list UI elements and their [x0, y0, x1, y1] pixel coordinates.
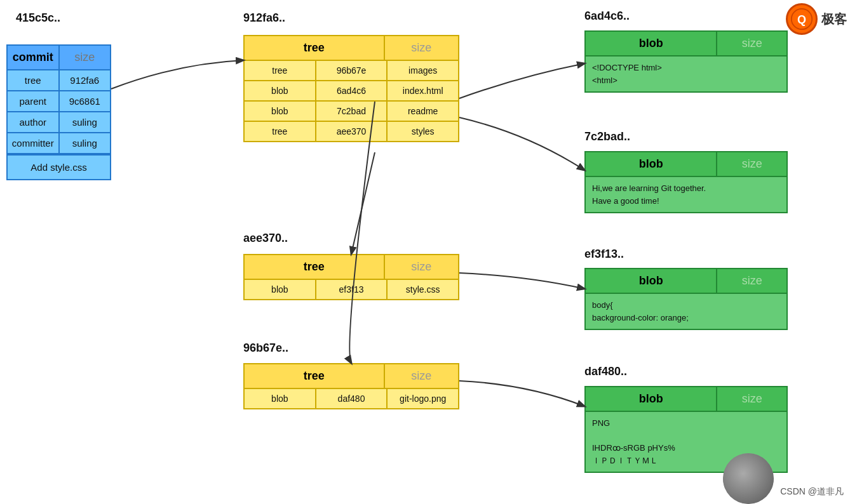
commit-row-0-val: 912fa6 [60, 70, 111, 90]
blobDaf-line1 [592, 430, 780, 442]
commit-row-3-val: suling [60, 133, 111, 153]
commit-row-2-key: author [8, 112, 60, 132]
logo-area: Q 极客 [786, 3, 847, 35]
logo-icon: Q [786, 3, 818, 35]
tree912-r1-name: index.html [388, 81, 458, 100]
treeAee-r0-name: style.css [388, 280, 458, 299]
tree912-header: tree [245, 36, 385, 60]
blob7c2-size: size [717, 152, 786, 176]
commit-size-label: size [60, 46, 111, 69]
tree-912-box: tree size tree 96b67e images blob 6ad4c6… [243, 35, 459, 142]
avatar [723, 453, 774, 504]
blobEf3-header: blob [586, 269, 717, 293]
tree912-r0-type: tree [245, 61, 316, 80]
tree-96b-box: tree size blob daf480 git-logo.png [243, 363, 459, 409]
tree912-r3-name: styles [388, 122, 458, 141]
treeAee-header: tree [245, 255, 385, 279]
tree96b-header: tree [245, 364, 385, 388]
tree912-r1-type: blob [245, 81, 316, 100]
tree912-r3-hash: aee370 [316, 122, 388, 141]
blob7c2-content: Hi,we are learning Git together. Have a … [586, 177, 786, 212]
tree912-r3-type: tree [245, 122, 316, 141]
tree912-r2-name: readme [388, 102, 458, 121]
tree96b-r0-hash: daf480 [316, 389, 388, 408]
tree96b-r0-type: blob [245, 389, 316, 408]
tree-aee-box: tree size blob ef3f13 style.css [243, 254, 459, 300]
blob-ef3-box: blob size body{ background-color: orange… [584, 268, 788, 330]
blob7c2-line0: Hi,we are learning Git together. [592, 182, 780, 195]
tree912-r0-name: images [388, 61, 458, 80]
blob7c2-id-label: 7c2bad.. [584, 130, 630, 143]
tree96b-r0-name: git-logo.png [388, 389, 458, 408]
commit-id-label: 415c5c.. [16, 11, 60, 25]
blob6ad-id-label: 6ad4c6.. [584, 10, 630, 23]
commit-row-2-val: suling [60, 112, 111, 132]
tree912-r2-hash: 7c2bad [316, 102, 388, 121]
treeAee-r0-hash: ef3f13 [316, 280, 388, 299]
blobDaf-line0: PNG [592, 417, 780, 430]
commit-box: commit size tree 912fa6 parent 9c6861 au… [6, 44, 111, 180]
blobEf3-id-label: ef3f13.. [584, 248, 624, 261]
blob7c2-header: blob [586, 152, 717, 176]
tree912-r1-hash: 6ad4c6 [316, 81, 388, 100]
blob6ad-size: size [717, 32, 786, 55]
blob-7c2-box: blob size Hi,we are learning Git togethe… [584, 151, 788, 213]
blobEf3-line1: background-color: orange; [592, 312, 780, 324]
blob6ad-line1: <html> [592, 74, 780, 87]
blob6ad-header: blob [586, 32, 717, 55]
blobDaf-header: blob [586, 387, 717, 411]
blob6ad-line0: <!DOCTYPE html> [592, 62, 780, 74]
commit-row-3-key: committer [8, 133, 60, 153]
treeAee-id-label: aee370.. [243, 232, 288, 245]
canvas: Q 极客 415c5c.. commit size tree 912fa6 pa… [0, 0, 850, 504]
commit-row-1-key: parent [8, 91, 60, 111]
blobEf3-line0: body{ [592, 299, 780, 312]
blob-6ad-box: blob size <!DOCTYPE html> <html> [584, 30, 788, 93]
tree912-r0-hash: 96b67e [316, 61, 388, 80]
tree96b-id-label: 96b67e.. [243, 342, 288, 355]
blobDaf-size: size [717, 387, 786, 411]
commit-row-1-val: 9c6861 [60, 91, 111, 111]
logo-text: 极客 [821, 11, 847, 28]
blobDaf-id-label: daf480.. [584, 365, 627, 378]
watermark: CSDN @道非凡 [780, 486, 844, 498]
tree912-r2-type: blob [245, 102, 316, 121]
tree912-size: size [385, 36, 458, 60]
commit-footer: Add style.css [8, 154, 110, 179]
blobDaf-line2: IHDRꝏ-sRGB pHYs% [592, 442, 780, 454]
blobEf3-content: body{ background-color: orange; [586, 294, 786, 329]
tree912-id-label: 912fa6.. [243, 11, 285, 25]
blob7c2-line1: Have a good time! [592, 195, 780, 208]
commit-row-0-key: tree [8, 70, 60, 90]
blob6ad-content: <!DOCTYPE html> <html> [586, 56, 786, 91]
commit-header: commit [8, 46, 60, 69]
treeAee-size: size [385, 255, 458, 279]
blobEf3-size: size [717, 269, 786, 293]
avatar-image [723, 453, 774, 504]
svg-text:Q: Q [797, 13, 806, 26]
tree96b-size: size [385, 364, 458, 388]
treeAee-r0-type: blob [245, 280, 316, 299]
